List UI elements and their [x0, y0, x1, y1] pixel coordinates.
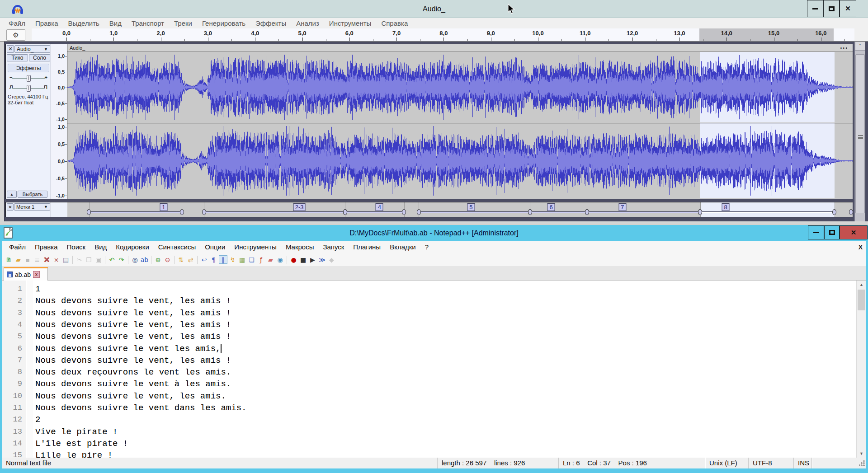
- label-chip-8[interactable]: 8: [722, 203, 730, 211]
- undo-icon[interactable]: ↶: [108, 255, 116, 264]
- notepadpp-menu-item-11[interactable]: Вкладки: [385, 243, 420, 251]
- audacity-close-button[interactable]: ✕: [840, 0, 856, 17]
- scrollbar-up-arrow[interactable]: ⌃: [855, 42, 865, 51]
- monitoring-icon[interactable]: ◉: [276, 255, 284, 264]
- audio-clip[interactable]: Audio_ •••: [67, 44, 853, 199]
- scrollbar-up-arrow[interactable]: ▲: [857, 281, 866, 289]
- label-span-bar[interactable]: [89, 211, 182, 213]
- text-area[interactable]: 1Nous devons suivre le vent, les amis !N…: [35, 281, 856, 458]
- label-span-bar[interactable]: [587, 211, 700, 213]
- label-chip-5[interactable]: 5: [467, 203, 475, 211]
- track-name-dropdown[interactable]: Audio_ ▼: [14, 45, 50, 53]
- waveform-channel-right[interactable]: [67, 123, 853, 198]
- audacity-menu-item-9[interactable]: Инструменты: [324, 18, 377, 28]
- close-file-icon[interactable]: 🗙: [42, 255, 51, 264]
- gain-slider-thumb[interactable]: [27, 75, 31, 82]
- notepadpp-minimize-button[interactable]: [808, 225, 824, 239]
- notepadpp-menu-item-0[interactable]: Файл: [5, 243, 30, 251]
- find-icon[interactable]: ◎: [131, 255, 139, 264]
- editor[interactable]: 123456789101112131415 1Nous devons suivr…: [2, 281, 856, 458]
- notepadpp-menu-item-10[interactable]: Плагины: [349, 243, 385, 251]
- notepadpp-maximize-button[interactable]: [824, 225, 840, 239]
- tab-abab[interactable]: ab.ab x: [4, 267, 48, 281]
- notepadpp-menu-item-6[interactable]: Опции: [200, 243, 230, 251]
- clip-header[interactable]: Audio_ •••: [67, 44, 853, 52]
- label-handle[interactable]: [832, 209, 836, 215]
- pan-slider[interactable]: Л П: [9, 84, 48, 92]
- mute-button[interactable]: Тихо: [7, 54, 28, 61]
- show-all-chars-icon[interactable]: ¶: [209, 255, 218, 264]
- redo-icon[interactable]: ↷: [117, 255, 126, 264]
- macro-run-multi-icon[interactable]: ≫: [318, 255, 326, 264]
- effects-button[interactable]: Эффекты: [8, 64, 49, 72]
- label-chip-6[interactable]: 6: [547, 203, 555, 211]
- notepadpp-menu-item-9[interactable]: Запуск: [318, 243, 349, 251]
- open-file-icon[interactable]: ▰: [14, 255, 23, 264]
- label-span-bar[interactable]: [204, 211, 345, 213]
- pan-slider-thumb[interactable]: [27, 85, 31, 92]
- sync-vertical-icon[interactable]: ⇅: [177, 255, 185, 264]
- track-collapse-button[interactable]: ▲: [7, 191, 17, 198]
- sync-horizontal-icon[interactable]: ⇄: [186, 255, 195, 264]
- notepadpp-menu-item-8[interactable]: Макросы: [281, 243, 319, 251]
- notepadpp-menu-item-12[interactable]: ?: [420, 243, 433, 251]
- notepadpp-close-button[interactable]: ✕: [840, 225, 868, 239]
- solo-button[interactable]: Соло: [29, 54, 50, 61]
- replace-icon[interactable]: ab: [140, 255, 149, 264]
- zoom-out-icon[interactable]: ⊖: [163, 255, 172, 264]
- audacity-menu-item-4[interactable]: Транспорт: [127, 18, 169, 28]
- tab-close-icon[interactable]: x: [33, 271, 40, 278]
- notepadpp-menu-item-2[interactable]: Поиск: [62, 243, 90, 251]
- label-handle[interactable]: [343, 209, 347, 215]
- label-handle[interactable]: [585, 209, 589, 215]
- indent-guide-icon[interactable]: ∥: [219, 255, 227, 264]
- audacity-menu-item-8[interactable]: Анализ: [291, 18, 324, 28]
- audacity-menu-item-3[interactable]: Вид: [104, 18, 127, 28]
- bookmark-margin[interactable]: [27, 281, 33, 458]
- label-handle[interactable]: [180, 209, 184, 215]
- clip-overflow-icon[interactable]: •••: [840, 44, 848, 52]
- editor-vertical-scrollbar[interactable]: ▲ ▼: [856, 281, 866, 458]
- panel-close-icon[interactable]: X: [859, 244, 863, 251]
- label-handle[interactable]: [87, 209, 91, 215]
- zoom-in-icon[interactable]: ⊕: [154, 255, 162, 264]
- function-completion-icon[interactable]: ↯: [228, 255, 237, 264]
- track-select-button[interactable]: Выбрать: [18, 191, 47, 198]
- scrollbar-thumb[interactable]: [858, 290, 865, 310]
- label-span-bar[interactable]: [700, 211, 835, 213]
- label-track-name-dropdown[interactable]: Метки 1 ▼: [14, 203, 50, 211]
- resize-grip-icon[interactable]: [859, 460, 865, 467]
- macro-stop-icon[interactable]: ■: [299, 255, 307, 264]
- folder-workspace-icon[interactable]: ▰: [266, 255, 275, 264]
- macro-record-icon[interactable]: ●: [289, 255, 298, 264]
- function-list-icon[interactable]: ƒ: [257, 255, 265, 264]
- notepadpp-menu-item-4[interactable]: Кодировки: [111, 243, 153, 251]
- audacity-menu-item-0[interactable]: Файл: [4, 18, 30, 28]
- timeline-ruler[interactable]: 0,01,02,03,04,05,06,07,08,09,010,011,012…: [32, 28, 854, 41]
- audacity-vertical-scrollbar[interactable]: ⌃: [854, 42, 865, 221]
- scrollbar-down-arrow[interactable]: ▼: [857, 450, 866, 458]
- label-handle[interactable]: [417, 209, 421, 215]
- label-handle[interactable]: [402, 209, 406, 215]
- gain-slider[interactable]: − +: [9, 74, 48, 82]
- audacity-menu-item-2[interactable]: Выделить: [63, 18, 104, 28]
- track-close-button[interactable]: ✕: [7, 45, 14, 53]
- label-span-bar[interactable]: [345, 211, 404, 213]
- scrollbar-thumb[interactable]: [855, 54, 865, 213]
- print-icon[interactable]: ▤: [61, 255, 70, 264]
- label-handle[interactable]: [528, 209, 532, 215]
- label-chip-2-3[interactable]: 2-3: [293, 203, 306, 211]
- label-handle[interactable]: [202, 209, 206, 215]
- audacity-menu-item-1[interactable]: Правка: [30, 18, 63, 28]
- timeline-options-button[interactable]: ⚙: [6, 29, 25, 41]
- label-span-bar[interactable]: [419, 211, 530, 213]
- document-switcher-icon[interactable]: ❏: [247, 255, 256, 264]
- audacity-minimize-button[interactable]: [807, 0, 823, 17]
- label-handle[interactable]: [849, 209, 853, 215]
- audacity-menu-item-6[interactable]: Генерировать: [197, 18, 250, 28]
- audacity-menu-item-7[interactable]: Эффекты: [250, 18, 291, 28]
- label-chip-1[interactable]: 1: [160, 203, 167, 211]
- notepadpp-menu-item-7[interactable]: Инструменты: [230, 243, 281, 251]
- audacity-maximize-button[interactable]: [823, 0, 840, 17]
- notepadpp-menu-item-1[interactable]: Правка: [30, 243, 62, 251]
